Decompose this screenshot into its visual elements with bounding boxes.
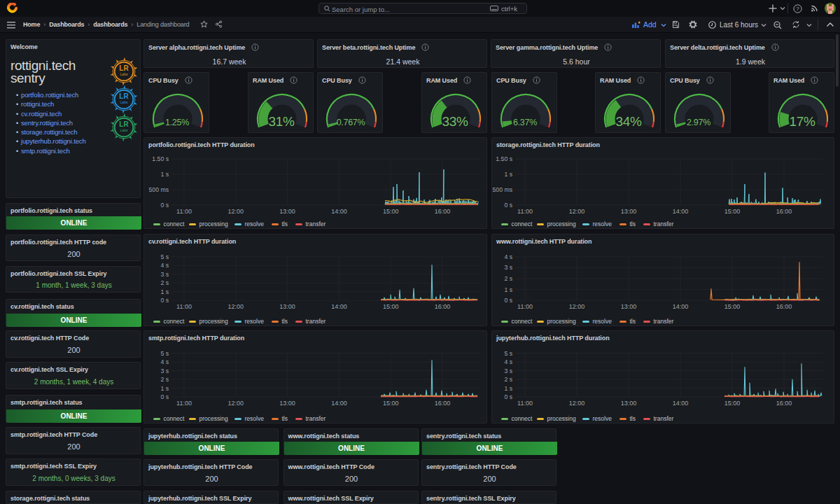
svg-text:14:00: 14:00 <box>331 208 347 215</box>
svg-text:0 s: 0 s <box>160 297 169 304</box>
svg-text:2 s: 2 s <box>504 376 512 383</box>
svg-text:3 s: 3 s <box>504 264 512 271</box>
svg-text:16:00: 16:00 <box>435 400 451 407</box>
svg-text:14:00: 14:00 <box>331 303 347 310</box>
svg-text:0 s: 0 s <box>160 393 169 400</box>
svg-text:3 s: 3 s <box>504 368 512 374</box>
svg-text:3 s: 3 s <box>160 271 169 278</box>
svg-text:16:00: 16:00 <box>776 400 792 407</box>
svg-text:5 s: 5 s <box>504 350 512 357</box>
svg-text:11:00: 11:00 <box>176 400 192 407</box>
svg-text:15:00: 15:00 <box>383 208 399 215</box>
svg-text:500 ms: 500 ms <box>149 186 169 193</box>
svg-text:5 s: 5 s <box>160 350 169 357</box>
svg-text:11:00: 11:00 <box>176 303 192 310</box>
svg-text:12:00: 12:00 <box>228 208 244 215</box>
svg-text:12:00: 12:00 <box>569 208 585 215</box>
svg-text:12:00: 12:00 <box>569 303 585 310</box>
svg-text:1 s: 1 s <box>504 171 512 178</box>
svg-text:16:00: 16:00 <box>776 303 792 310</box>
svg-text:Labs: Labs <box>120 100 128 104</box>
svg-text:11:00: 11:00 <box>517 303 533 310</box>
svg-text:Labs: Labs <box>120 72 128 76</box>
svg-text:15:00: 15:00 <box>724 208 741 215</box>
svg-text:13:00: 13:00 <box>621 400 637 407</box>
svg-text:13:00: 13:00 <box>621 208 637 215</box>
svg-text:14:00: 14:00 <box>673 400 689 407</box>
svg-text:LR: LR <box>119 64 129 72</box>
svg-text:16:00: 16:00 <box>435 208 451 215</box>
svg-text:16:00: 16:00 <box>776 208 792 215</box>
svg-text:4 s: 4 s <box>504 358 512 365</box>
svg-text:LR: LR <box>119 120 129 128</box>
svg-text:0 s: 0 s <box>504 393 512 400</box>
svg-text:1 s: 1 s <box>160 171 169 178</box>
svg-text:12:00: 12:00 <box>228 400 244 407</box>
svg-text:LR: LR <box>119 92 129 100</box>
svg-text:0 s: 0 s <box>504 297 512 304</box>
svg-text:11:00: 11:00 <box>176 208 192 215</box>
svg-text:4 s: 4 s <box>160 358 169 365</box>
svg-text:15:00: 15:00 <box>383 400 399 407</box>
svg-text:0 s: 0 s <box>160 202 169 209</box>
svg-text:2 s: 2 s <box>504 275 512 282</box>
svg-text:1.50 s: 1.50 s <box>496 155 512 162</box>
svg-text:15:00: 15:00 <box>724 303 741 310</box>
svg-text:5 s: 5 s <box>160 253 169 260</box>
svg-text:14:00: 14:00 <box>673 303 689 310</box>
svg-text:2 s: 2 s <box>160 376 169 383</box>
svg-text:1 s: 1 s <box>160 385 169 392</box>
svg-text:3 s: 3 s <box>160 368 169 374</box>
svg-text:0 s: 0 s <box>504 202 512 209</box>
svg-text:1.50 s: 1.50 s <box>152 155 169 162</box>
svg-text:1 s: 1 s <box>504 385 512 392</box>
svg-text:12:00: 12:00 <box>569 400 585 407</box>
svg-text:1 s: 1 s <box>160 288 169 295</box>
svg-text:1 s: 1 s <box>504 286 512 293</box>
svg-text:12:00: 12:00 <box>228 303 244 310</box>
svg-text:2 s: 2 s <box>160 279 169 286</box>
svg-text:14:00: 14:00 <box>331 400 347 407</box>
svg-text:4 s: 4 s <box>160 262 169 269</box>
svg-text:500 ms: 500 ms <box>493 186 513 193</box>
svg-text:4 s: 4 s <box>504 253 512 260</box>
svg-text:15:00: 15:00 <box>724 400 741 407</box>
svg-text:15:00: 15:00 <box>383 303 399 310</box>
svg-text:13:00: 13:00 <box>279 303 295 310</box>
svg-text:13:00: 13:00 <box>279 400 295 407</box>
svg-text:11:00: 11:00 <box>517 400 533 407</box>
svg-text:11:00: 11:00 <box>517 208 533 215</box>
svg-text:13:00: 13:00 <box>279 208 295 215</box>
svg-text:Labs: Labs <box>120 128 128 132</box>
svg-text:?: ? <box>796 6 799 12</box>
svg-text:13:00: 13:00 <box>621 303 637 310</box>
svg-text:14:00: 14:00 <box>673 208 689 215</box>
svg-text:16:00: 16:00 <box>435 303 451 310</box>
